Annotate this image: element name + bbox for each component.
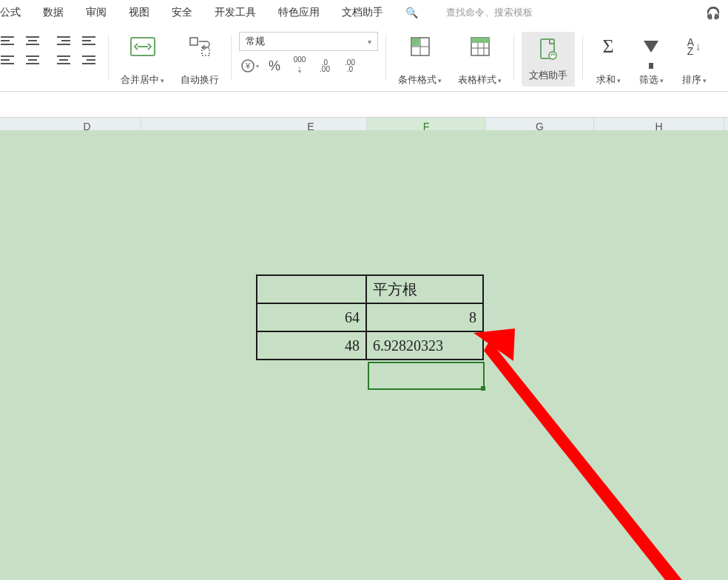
number-format-value: 常规 bbox=[246, 35, 265, 48]
menu-data[interactable]: 数据 bbox=[43, 6, 64, 19]
decrease-decimal-icon[interactable]: .00.0 bbox=[340, 55, 360, 76]
wrap-text-icon bbox=[186, 33, 213, 60]
menu-featured[interactable]: 特色应用 bbox=[278, 6, 320, 19]
table-row: 平方根 bbox=[257, 275, 483, 303]
menu-security[interactable]: 安全 bbox=[172, 6, 192, 19]
sigma-icon: Σ bbox=[595, 33, 621, 60]
decrease-indent-icon[interactable] bbox=[56, 33, 71, 48]
menu-review[interactable]: 审阅 bbox=[86, 6, 107, 19]
cell-f1[interactable]: 8 bbox=[366, 303, 483, 331]
filter-label: 筛选 bbox=[639, 72, 664, 87]
table-style-button[interactable]: 表格样式 bbox=[454, 32, 506, 87]
funnel-icon bbox=[638, 33, 664, 60]
percent-icon[interactable]: % bbox=[264, 55, 285, 76]
comma-style-icon[interactable]: 000,▾ bbox=[289, 55, 310, 76]
menu-bar: 公式 数据 审阅 视图 安全 开发工具 特色应用 文档助手 🔍 查找命令、搜索模… bbox=[0, 0, 728, 27]
table-row: 64 8 bbox=[257, 303, 483, 331]
table-style-label: 表格样式 bbox=[458, 72, 502, 87]
menu-dev-tools[interactable]: 开发工具 bbox=[215, 6, 256, 19]
sum-button[interactable]: Σ 求和 bbox=[590, 32, 626, 87]
doc-assistant-button[interactable]: 文档助手 bbox=[522, 32, 575, 87]
wrap-text-button[interactable]: 自动换行 bbox=[176, 32, 223, 87]
svg-text:¥: ¥ bbox=[244, 61, 250, 70]
table-row: 48 6.92820323 bbox=[257, 331, 483, 360]
header-empty[interactable] bbox=[257, 275, 366, 303]
sum-label: 求和 bbox=[596, 72, 621, 87]
cell-e2[interactable]: 48 bbox=[257, 331, 366, 360]
increase-indent-icon[interactable] bbox=[81, 33, 96, 48]
increase-decimal-icon[interactable]: .0.00 bbox=[314, 55, 335, 76]
data-table: 平方根 64 8 48 6.92820323 bbox=[256, 274, 484, 360]
ribbon: 合并居中 自动换行 常规 ▾ ¥ ▾ % 000,▾ .0.00 .00.0 bbox=[0, 27, 728, 92]
wrap-text-label: 自动换行 bbox=[181, 72, 219, 87]
search-placeholder[interactable]: 查找命令、搜索模板 bbox=[446, 6, 533, 19]
merge-center-label: 合并居中 bbox=[121, 72, 164, 87]
indent-group bbox=[52, 32, 101, 87]
sheet-area[interactable]: 平方根 64 8 48 6.92820323 bbox=[0, 130, 728, 580]
annotation-arrow bbox=[473, 328, 725, 580]
sort-icon: AZ↓ bbox=[681, 33, 707, 60]
support-icon[interactable]: 🎧 bbox=[706, 6, 721, 20]
align-center-icon[interactable] bbox=[25, 53, 40, 67]
chevron-down-icon: ▾ bbox=[368, 38, 371, 46]
cell-e1[interactable]: 64 bbox=[257, 303, 366, 331]
menu-view[interactable]: 视图 bbox=[129, 6, 149, 19]
fill-handle[interactable] bbox=[481, 386, 485, 391]
number-format-group: 常规 ▾ ¥ ▾ % 000,▾ .0.00 .00.0 bbox=[239, 32, 378, 84]
svg-point-16 bbox=[549, 52, 556, 59]
cell-f2[interactable]: 6.92820323 bbox=[366, 331, 483, 360]
conditional-format-icon bbox=[407, 33, 434, 60]
currency-icon[interactable]: ¥ ▾ bbox=[239, 55, 260, 76]
doc-assistant-icon bbox=[535, 36, 562, 63]
doc-assistant-label: 文档助手 bbox=[529, 67, 567, 82]
search-icon[interactable]: 🔍 bbox=[405, 7, 418, 18]
header-sqrt[interactable]: 平方根 bbox=[366, 275, 483, 303]
indent-alt2-icon[interactable] bbox=[81, 53, 96, 67]
number-format-select[interactable]: 常规 ▾ bbox=[239, 32, 378, 51]
svg-rect-11 bbox=[471, 38, 489, 43]
svg-rect-3 bbox=[202, 48, 209, 55]
filter-button[interactable]: 筛选 bbox=[633, 32, 669, 87]
align-group bbox=[0, 32, 44, 87]
align-mid-icon[interactable] bbox=[25, 33, 40, 48]
align-left-icon[interactable] bbox=[0, 53, 15, 67]
merge-center-button[interactable]: 合并居中 bbox=[116, 32, 169, 87]
sort-button[interactable]: AZ↓ 排序 bbox=[676, 32, 712, 87]
conditional-format-button[interactable]: 条件格式 bbox=[394, 32, 446, 87]
svg-marker-18 bbox=[484, 340, 718, 580]
menu-doc-assistant[interactable]: 文档助手 bbox=[342, 6, 383, 19]
indent-alt1-icon[interactable] bbox=[56, 53, 71, 67]
svg-rect-2 bbox=[190, 38, 198, 45]
conditional-format-label: 条件格式 bbox=[398, 72, 442, 87]
formula-bar[interactable] bbox=[0, 92, 728, 118]
active-cell[interactable] bbox=[368, 362, 485, 390]
align-top-icon[interactable] bbox=[0, 33, 15, 48]
sort-label: 排序 bbox=[682, 72, 707, 87]
menu-formula[interactable]: 公式 bbox=[0, 6, 21, 19]
svg-rect-9 bbox=[412, 38, 419, 46]
table-style-icon bbox=[467, 33, 493, 60]
merge-center-icon bbox=[129, 33, 156, 60]
